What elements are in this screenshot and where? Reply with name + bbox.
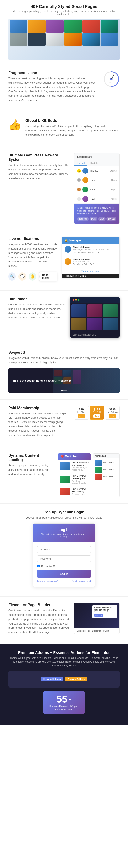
hero-title: 40+ Carefully Styled Social Pages — [8, 4, 120, 9]
leaderboard-tab-monthly[interactable]: Monthly — [87, 160, 100, 166]
mosaic-card-1 — [10, 20, 28, 33]
paid-plan-gold: $111 /yr · Gold Join — [90, 406, 104, 420]
svg-line-3 — [112, 74, 114, 79]
notifications-widget: 🔔 Messages Nicole Johnson Monday, Octobe… — [61, 237, 120, 278]
notif-sender-2: Nicole Johnson — [73, 258, 117, 260]
plan-btn-silver[interactable]: Join — [78, 414, 85, 418]
plan-label-silver: /yr · Silver — [76, 411, 87, 413]
dark-cards-grid — [70, 303, 120, 332]
lb-rank-2: 2 — [77, 178, 81, 182]
mlr-title-3: Post 3 review — [103, 476, 115, 478]
like-text: Global LIKE Button Great integration wit… — [25, 119, 120, 141]
paid-plan-silver: $39 /yr · Silver Join — [74, 406, 89, 420]
mlr-item-1: Post 1 review — [94, 459, 119, 466]
leaderboard-header: Ultimate GamiPress Reward System Create … — [8, 153, 70, 181]
notif-time-2: Today at 10:54 am — [73, 260, 117, 263]
dynamic-header: Dynamic Content Loading Browse groups, m… — [8, 454, 54, 476]
lb-points-3: 80 pts — [111, 188, 117, 191]
ml-info-2: Post 2 review: Another great... For: Gre… — [72, 474, 89, 484]
fragment-cache-content: Fragment cache There are great cache plu… — [8, 71, 120, 106]
most-liked-item-2: Post 2 review: Another great... For: Gre… — [58, 473, 91, 486]
lb-points-4: 70 pts — [111, 198, 117, 200]
leaderboard-content: Ultimate GamiPress Reward System Create … — [8, 153, 120, 224]
notif-desc: Integration with WP Heartbeat API. Built… — [8, 242, 57, 268]
mosaic-card-2 — [28, 20, 45, 33]
swiper-desc: Integration with 3 SwiperJS sliders. Sho… — [8, 356, 120, 365]
lb-name-4: Paul — [90, 197, 109, 200]
ep-card-subtitle: Join our community — [94, 611, 116, 613]
dark-mode-content: Dark mode Cookie-based dark mode. Works … — [8, 297, 120, 338]
notif-avatar-2 — [65, 258, 71, 265]
mlr-title-1: Post 1 review — [103, 462, 115, 464]
plan-btn-gold[interactable]: Join — [93, 414, 100, 418]
ml-title-3: Post 3 review: Best activity... — [72, 488, 89, 493]
lb-chip-2: Like — [98, 217, 105, 221]
mlr-items: Post 1 review Post 2 review Post 3 revie… — [93, 458, 120, 482]
lb-name-3: Anna — [90, 188, 109, 191]
notif-view-all[interactable]: View all messages — [62, 268, 120, 274]
remember-me-checkbox[interactable] — [37, 565, 40, 567]
swiper-dot-3[interactable] — [66, 390, 67, 391]
forgot-password-link[interactable]: Forgot your password? — [37, 580, 58, 582]
mosaic-card-10 — [64, 33, 82, 45]
username-input[interactable] — [37, 546, 91, 553]
notif-header: Live notifications Integration with WP H… — [8, 237, 57, 268]
password-input[interactable] — [37, 555, 91, 562]
elementor-title: Elementor Page Builder — [8, 603, 70, 607]
mlr-title-2: Post 2 review — [103, 469, 115, 471]
login-section-subtitle: Let your members validate login credenti… — [8, 516, 120, 520]
plan-price-platinum: $333 — [106, 408, 118, 411]
username-field — [37, 546, 91, 553]
elementor-content: Elementor Page Builder Create own homepa… — [8, 603, 120, 638]
notif-msg-1: Nicole Johnson Monday, October 05, 2015 … — [62, 244, 120, 256]
leaderboard-item-1: 1 Thomas 100 pts — [74, 166, 120, 176]
dark-card-5 — [87, 318, 102, 330]
most-liked-right-widget: Most Liked Post 1 review Post 2 review P… — [93, 454, 120, 497]
leaderboard-title: Ultimate GamiPress Reward System — [8, 153, 70, 162]
plan-btn-platinum[interactable]: Join — [109, 414, 116, 418]
addons-preview-bar: Essential Addons Premium Addons — [8, 671, 120, 687]
swiper-dot-1[interactable] — [61, 390, 62, 391]
premium-count-plus: + — [68, 696, 72, 703]
login-section-title: Pop-up Dynamic Login — [8, 510, 120, 514]
most-liked-container: ❤️ Most Liked Post 1 review: As you do n… — [58, 454, 120, 497]
swiper-dot-2[interactable] — [63, 390, 65, 391]
elementor-widget: Ultimate solution for your community Joi… — [74, 603, 120, 634]
password-field — [37, 555, 91, 562]
premium-count-container: 55 + — [49, 694, 79, 704]
notif-text-2: Nicole Johnson Today at 10:54 am Re: Wha… — [73, 258, 117, 266]
lb-footer-text: Achievements for different activity type… — [77, 207, 117, 215]
plan-price-silver: $39 — [76, 408, 87, 411]
lb-chips: Beginner Daily Like 100 pts — [77, 217, 117, 221]
dynamic-title: Dynamic Content Loading — [8, 454, 54, 462]
paid-desc: Integration with the Paid Membership Pro… — [8, 411, 70, 438]
login-widget: Log In Sign in to your account and check… — [33, 523, 95, 587]
leaderboard-widget-header: Leaderboard — [74, 153, 120, 160]
dynamic-content-section: Dynamic Content Loading Browse groups, m… — [0, 447, 128, 504]
paid-plans: $39 /yr · Silver Join $111 /yr · Gold Jo… — [74, 406, 120, 420]
like-desc: Great integration with WP ULike plugin. … — [25, 124, 120, 137]
ep-badge[interactable]: Join Now — [94, 614, 103, 617]
notif-widget-title: Messages — [70, 239, 81, 242]
mlr-header: Most Liked — [93, 454, 120, 458]
dark-mode-text: Dark mode Cookie-based dark mode. Works … — [8, 297, 66, 323]
create-account-link[interactable]: Create New Account — [72, 580, 91, 582]
login-widget-header: Log In Sign in to your account and check… — [33, 524, 95, 542]
elementor-text: Elementor Page Builder Create own homepa… — [8, 603, 70, 638]
ml-title-2: Post 2 review: Another great... — [72, 474, 89, 480]
mosaic-card-11 — [83, 33, 100, 45]
remember-me-row: Remember Me — [37, 565, 91, 567]
dark-card-3 — [103, 304, 118, 317]
login-button[interactable]: Log In — [37, 570, 91, 578]
ml-thumb-1 — [60, 462, 70, 470]
swiper-title: SwiperJS — [8, 350, 120, 355]
notif-text: Live notifications Integration with WP H… — [8, 237, 57, 284]
plan-label-gold: /yr · Gold — [91, 411, 103, 413]
elementor-header: Elementor Page Builder Create own homepa… — [8, 603, 70, 634]
mosaic-grid — [8, 19, 120, 60]
leaderboard-tab-general[interactable]: General — [74, 160, 87, 166]
most-liked-item-3: Post 3 review: Best activity... For: Act… — [58, 486, 91, 497]
leaderboard-widget: Leaderboard General Monthly 1 Thomas 100… — [74, 153, 120, 224]
ml-info-3: Post 3 review: Best activity... For: Act… — [72, 488, 89, 495]
notif-title: Live notifications — [8, 237, 57, 241]
